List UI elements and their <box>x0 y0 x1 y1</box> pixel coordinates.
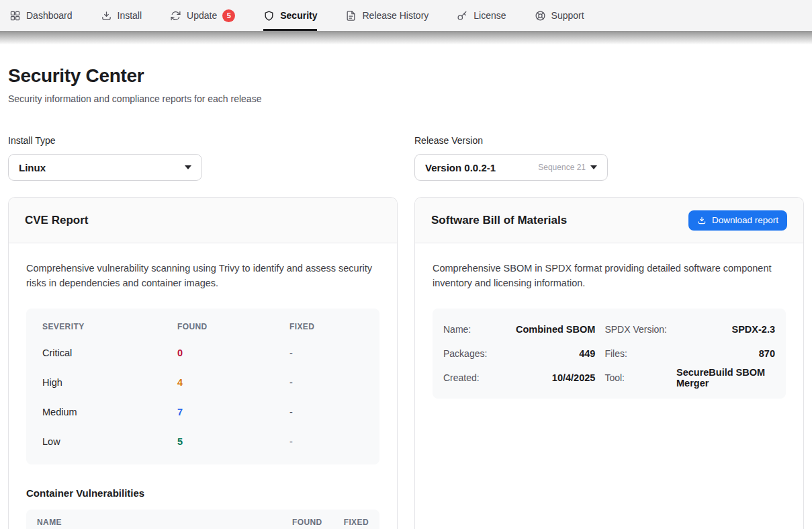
container-vulnerabilities-table-header: NAME FOUND FIXED <box>26 510 379 529</box>
cve-report-description: Comprehensive vulnerability scanning usi… <box>26 261 379 291</box>
column-header-found: FOUND <box>177 322 289 331</box>
severity-label: High <box>42 377 177 388</box>
detail-label: Tool: <box>604 366 667 390</box>
install-type-value: Linux <box>19 162 46 173</box>
nav-item-security[interactable]: Security <box>263 0 317 31</box>
nav-item-label: Security <box>280 10 317 21</box>
table-row: Low 5 - <box>26 427 379 456</box>
table-row: High 4 - <box>26 368 379 397</box>
main-content: Security Center Security information and… <box>0 44 812 529</box>
nav-item-label: Install <box>118 10 142 21</box>
update-count-badge: 5 <box>222 9 235 22</box>
detail-value: 449 <box>496 341 595 366</box>
nav-item-label: Dashboard <box>26 10 73 21</box>
install-type-field: Install Type Linux <box>8 135 398 181</box>
refresh-icon <box>170 10 181 22</box>
detail-label: SPDX Version: <box>604 317 667 341</box>
column-header-severity: SEVERITY <box>42 322 177 331</box>
download-icon <box>697 216 707 225</box>
column-header-fixed: FIXED <box>344 518 369 527</box>
severity-table-header: SEVERITY FOUND FIXED <box>26 315 379 338</box>
cards-row: CVE Report Comprehensive vulnerability s… <box>8 197 804 529</box>
nav-item-label: License <box>473 10 506 21</box>
found-count: 4 <box>177 377 289 388</box>
table-row: Medium 7 - <box>26 397 379 427</box>
sbom-card: Software Bill of Materials Download repo… <box>414 197 804 529</box>
release-version-label: Release Version <box>414 135 804 146</box>
found-count: 7 <box>177 407 289 417</box>
found-count: 5 <box>177 436 289 447</box>
release-version-field: Release Version Version 0.0.2-1 Sequence… <box>414 135 804 181</box>
cve-report-card: CVE Report Comprehensive vulnerability s… <box>8 197 398 529</box>
cve-report-header: CVE Report <box>9 198 397 243</box>
chevron-down-icon <box>590 165 597 169</box>
nav-item-release-history[interactable]: Release History <box>345 0 428 31</box>
install-type-select[interactable]: Linux <box>8 154 202 181</box>
chevron-down-icon <box>185 165 191 169</box>
filters-row: Install Type Linux Release Version Versi… <box>8 135 804 181</box>
nav-item-label: Update <box>187 10 217 21</box>
nav-item-license[interactable]: License <box>457 0 506 31</box>
cve-report-title: CVE Report <box>25 214 88 227</box>
key-icon <box>457 10 468 22</box>
fixed-count: - <box>289 348 363 358</box>
sbom-title: Software Bill of Materials <box>431 214 567 227</box>
detail-value: Combined SBOM <box>496 317 595 341</box>
detail-value: 10/4/2025 <box>496 366 595 390</box>
table-row: Critical 0 - <box>26 338 379 368</box>
severity-label: Medium <box>42 407 177 417</box>
download-icon <box>101 10 112 22</box>
nav-shadow-divider <box>0 31 812 44</box>
page-subtitle: Security information and compliance repo… <box>8 93 804 104</box>
document-icon <box>345 10 357 22</box>
release-sequence-label: Sequence 21 <box>538 163 586 172</box>
found-count: 0 <box>177 348 289 358</box>
detail-value: SPDX-2.3 <box>676 317 775 341</box>
nav-item-support[interactable]: Support <box>535 0 584 31</box>
column-header-fixed: FIXED <box>289 322 363 331</box>
nav-item-label: Support <box>551 10 584 21</box>
nav-item-dashboard[interactable]: Dashboard <box>9 0 73 31</box>
nav-item-label: Release History <box>362 10 428 21</box>
nav-item-install[interactable]: Install <box>101 0 142 31</box>
detail-label: Packages: <box>443 341 487 366</box>
fixed-count: - <box>289 436 363 447</box>
download-report-label: Download report <box>712 215 778 225</box>
sbom-details-grid: Name: Combined SBOM SPDX Version: SPDX-2… <box>433 309 786 399</box>
sbom-header: Software Bill of Materials Download repo… <box>415 198 803 243</box>
top-nav: Dashboard Install Update 5 Security Rele… <box>0 0 812 31</box>
install-type-label: Install Type <box>8 135 398 146</box>
shield-icon <box>263 10 275 22</box>
dashboard-grid-icon <box>9 10 21 22</box>
column-header-found: FOUND <box>292 518 322 527</box>
fixed-count: - <box>289 407 363 417</box>
sbom-description: Comprehensive SBOM in SPDX format provid… <box>433 261 786 291</box>
cve-report-body: Comprehensive vulnerability scanning usi… <box>9 243 397 529</box>
sbom-body: Comprehensive SBOM in SPDX format provid… <box>415 243 803 417</box>
page-title: Security Center <box>8 65 804 87</box>
release-version-value: Version 0.0.2-1 <box>425 162 496 173</box>
lifebuoy-icon <box>535 10 546 22</box>
severity-label: Critical <box>42 348 177 358</box>
column-header-name: NAME <box>37 518 62 527</box>
detail-label: Name: <box>443 317 487 341</box>
detail-label: Files: <box>604 341 667 366</box>
nav-item-update[interactable]: Update 5 <box>170 0 235 31</box>
severity-table: SEVERITY FOUND FIXED Critical 0 - High 4… <box>26 309 379 464</box>
container-vulnerabilities-title: Container Vulnerabilities <box>26 487 379 499</box>
fixed-count: - <box>289 377 363 388</box>
severity-label: Low <box>42 436 177 447</box>
detail-label: Created: <box>443 366 487 390</box>
download-report-button[interactable]: Download report <box>688 210 787 231</box>
release-version-select[interactable]: Version 0.0.2-1 Sequence 21 <box>414 154 608 181</box>
detail-value: 870 <box>676 341 775 366</box>
detail-value: SecureBuild SBOM Merger <box>676 366 775 390</box>
